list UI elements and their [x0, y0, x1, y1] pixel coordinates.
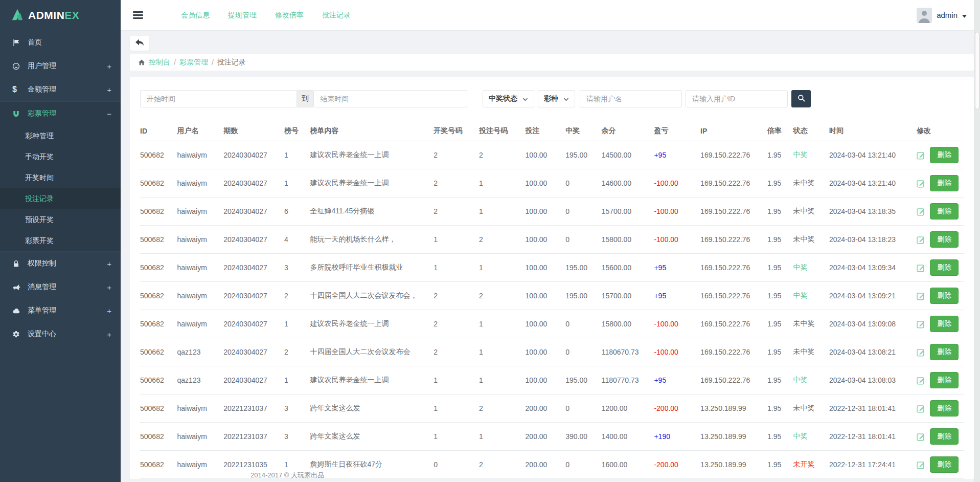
- cell-content: 跨年文案这么发: [310, 423, 434, 451]
- delete-button[interactable]: 删除: [930, 400, 959, 417]
- caret-down-icon: [962, 11, 967, 19]
- cell-profit: +95: [654, 282, 700, 310]
- cell-bet_no: 1: [479, 169, 526, 198]
- cell-balance: 1180670.73: [602, 338, 654, 366]
- sidebar-group-7: 设置中心+: [0, 322, 121, 346]
- delete-button[interactable]: 删除: [930, 288, 959, 304]
- search-button[interactable]: [791, 90, 811, 107]
- cell-ip: 13.250.189.99: [700, 423, 767, 451]
- topnav-link-投注记录[interactable]: 投注记录: [322, 11, 351, 20]
- edit-icon[interactable]: [917, 292, 925, 300]
- cell-user: haiwaiym: [177, 395, 224, 423]
- edit-icon[interactable]: [917, 432, 925, 441]
- cell-actions: 删除: [917, 141, 964, 169]
- edit-icon[interactable]: [917, 207, 925, 216]
- sidebar-group-5: 消息管理+: [0, 275, 121, 299]
- cell-time: 2024-03-04 13:08:03: [829, 366, 917, 395]
- sidebar-item-label: 金额管理: [28, 85, 56, 94]
- edit-icon[interactable]: [917, 264, 925, 272]
- sidebar-item-首页[interactable]: 首页: [0, 31, 121, 54]
- edit-icon[interactable]: [917, 151, 925, 160]
- cell-bet: 100.00: [526, 141, 566, 169]
- cell-rate: 1.95: [767, 198, 793, 226]
- sidebar-item-菜单管理[interactable]: 菜单管理+: [0, 299, 121, 322]
- username-input[interactable]: [580, 90, 682, 107]
- column-header-盈亏: 盈亏: [654, 119, 700, 141]
- sidebar-item-彩票管理[interactable]: 彩票管理−: [0, 102, 121, 125]
- cell-rank: 1: [284, 310, 310, 338]
- search-icon: [797, 94, 805, 103]
- edit-icon[interactable]: [917, 179, 925, 188]
- breadcrumb-item-彩票管理[interactable]: 彩票管理: [179, 58, 208, 67]
- sidebar-item-设置中心[interactable]: 设置中心+: [0, 322, 121, 346]
- edit-icon[interactable]: [917, 348, 925, 357]
- delete-button[interactable]: 删除: [930, 259, 959, 276]
- breadcrumb-item-控制台[interactable]: 控制台: [149, 58, 170, 67]
- start-time-input[interactable]: [140, 90, 297, 107]
- userid-input[interactable]: [686, 90, 788, 107]
- sidebar-subitem-彩种管理[interactable]: 彩种管理: [0, 125, 121, 146]
- edit-icon[interactable]: [917, 376, 925, 385]
- cell-id: 500682: [140, 423, 177, 451]
- back-button[interactable]: [130, 36, 149, 51]
- footer-text: 2014-2017 © 大玩家出品: [250, 471, 324, 480]
- brand-name: ADMINEX: [28, 9, 79, 21]
- topnav-link-修改倍率[interactable]: 修改倍率: [275, 11, 304, 20]
- sidebar-subitem-彩票开奖[interactable]: 彩票开奖: [0, 230, 121, 251]
- user-menu[interactable]: admin: [917, 8, 967, 23]
- lottery-type-select[interactable]: 彩种: [538, 90, 575, 107]
- cell-user: haiwaiym: [177, 198, 224, 226]
- scrollbar-thumb[interactable]: [975, 32, 979, 109]
- delete-button[interactable]: 删除: [930, 147, 959, 163]
- cell-bet: 200.00: [526, 395, 566, 423]
- win-status-select[interactable]: 中奖状态: [483, 90, 534, 107]
- delete-button[interactable]: 删除: [930, 456, 959, 473]
- topnav-link-提现管理[interactable]: 提现管理: [228, 11, 257, 20]
- sidebar-subitem-预设开奖[interactable]: 预设开奖: [0, 209, 121, 230]
- table-row: 500662qaz123202403040271建议农民养老金统一上调11100…: [140, 366, 964, 395]
- edit-icon[interactable]: [917, 461, 925, 469]
- sidebar-subitem-投注记录[interactable]: 投注记录: [0, 188, 121, 209]
- cell-win: 0: [565, 451, 602, 479]
- cell-id: 500662: [140, 338, 177, 366]
- sidebar-item-权限控制[interactable]: 权限控制+: [0, 252, 121, 275]
- cell-win: 0: [565, 198, 602, 226]
- cell-draw: 2: [434, 310, 479, 338]
- cell-rate: 1.95: [767, 282, 793, 310]
- delete-button[interactable]: 删除: [930, 203, 959, 220]
- column-header-开奖号码: 开奖号码: [434, 119, 479, 141]
- breadcrumb-item-投注记录: 投注记录: [217, 58, 246, 67]
- cell-time: 2024-03-04 13:18:35: [829, 198, 917, 226]
- end-time-input[interactable]: [314, 90, 467, 107]
- topnav-link-会员信息[interactable]: 会员信息: [181, 11, 210, 20]
- edit-icon[interactable]: [917, 320, 925, 328]
- edit-icon[interactable]: [917, 404, 925, 413]
- delete-button[interactable]: 删除: [930, 231, 959, 248]
- cell-content: 能玩一天的机场长什么样，: [310, 226, 434, 254]
- delete-button[interactable]: 删除: [930, 344, 959, 360]
- chevron-down-icon: [563, 95, 569, 103]
- cell-actions: 删除: [917, 366, 964, 395]
- delete-button[interactable]: 删除: [930, 372, 959, 388]
- expand-indicator: +: [107, 85, 111, 94]
- cell-content: 全红婵411.45分摘银: [310, 198, 434, 226]
- cell-ip: 13.250.189.99: [700, 451, 767, 479]
- delete-button[interactable]: 删除: [930, 428, 959, 445]
- sidebar-item-用户管理[interactable]: 用户管理+: [0, 54, 121, 78]
- cell-actions: 删除: [917, 423, 964, 451]
- edit-icon[interactable]: [917, 235, 925, 244]
- cell-status: 未中奖: [793, 310, 829, 338]
- sidebar-subitem-开奖时间[interactable]: 开奖时间: [0, 167, 121, 188]
- hamburger-menu-icon[interactable]: [133, 11, 143, 19]
- sidebar-subitem-手动开奖[interactable]: 手动开奖: [0, 146, 121, 167]
- scrollbar[interactable]: [974, 0, 980, 482]
- cell-ip: 169.150.222.76: [700, 338, 767, 366]
- cell-rank: 3: [284, 423, 310, 451]
- sidebar-item-金额管理[interactable]: $金额管理+: [0, 78, 121, 101]
- column-header-余分: 余分: [602, 119, 654, 141]
- cell-content: 建议农民养老金统一上调: [310, 169, 434, 198]
- sidebar-item-消息管理[interactable]: 消息管理+: [0, 275, 121, 299]
- delete-button[interactable]: 删除: [930, 316, 959, 332]
- delete-button[interactable]: 删除: [930, 175, 959, 191]
- table-row: 500682haiwaiym202403040273多所院校呼吁毕业生积极就业1…: [140, 254, 964, 282]
